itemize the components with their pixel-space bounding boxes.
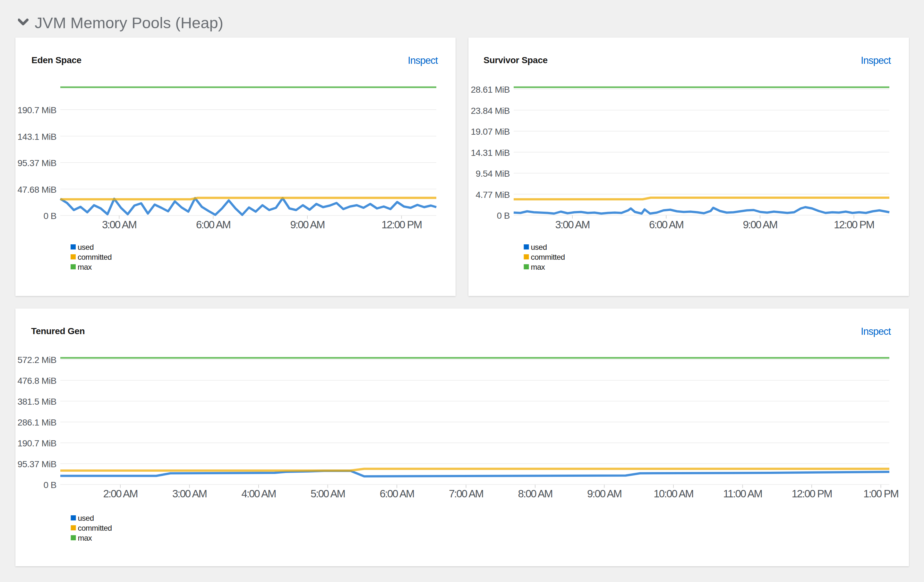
- svg-text:committed: committed: [78, 524, 112, 532]
- svg-text:max: max: [531, 263, 545, 271]
- svg-text:12:00 PM: 12:00 PM: [834, 219, 874, 230]
- svg-text:4.77 MiB: 4.77 MiB: [476, 190, 510, 200]
- svg-text:28.61 MiB: 28.61 MiB: [471, 85, 510, 95]
- svg-text:23.84 MiB: 23.84 MiB: [471, 106, 510, 116]
- svg-text:4:00 AM: 4:00 AM: [241, 488, 276, 500]
- svg-text:used: used: [78, 514, 94, 522]
- svg-text:max: max: [78, 263, 92, 271]
- svg-text:3:00 AM: 3:00 AM: [102, 219, 136, 230]
- svg-text:3:00 AM: 3:00 AM: [172, 488, 206, 500]
- svg-text:committed: committed: [78, 253, 112, 261]
- svg-text:47.68 MiB: 47.68 MiB: [17, 185, 56, 195]
- svg-text:max: max: [78, 534, 92, 542]
- svg-text:572.2 MiB: 572.2 MiB: [17, 355, 56, 365]
- svg-text:9.54 MiB: 9.54 MiB: [476, 169, 510, 179]
- svg-text:5:00 AM: 5:00 AM: [310, 488, 345, 500]
- svg-text:0 B: 0 B: [497, 210, 510, 220]
- svg-text:381.5 MiB: 381.5 MiB: [17, 397, 56, 407]
- svg-text:12:00 PM: 12:00 PM: [792, 488, 832, 500]
- svg-text:used: used: [78, 243, 94, 252]
- svg-text:143.1 MiB: 143.1 MiB: [17, 132, 56, 142]
- svg-text:0 B: 0 B: [43, 480, 56, 490]
- svg-text:14.31 MiB: 14.31 MiB: [471, 148, 510, 158]
- svg-text:11:00 AM: 11:00 AM: [723, 488, 762, 500]
- svg-text:19.07 MiB: 19.07 MiB: [471, 127, 510, 136]
- svg-text:6:00 AM: 6:00 AM: [380, 488, 414, 500]
- svg-text:6:00 AM: 6:00 AM: [649, 219, 683, 230]
- svg-text:10:00 AM: 10:00 AM: [653, 488, 693, 500]
- svg-text:190.7 MiB: 190.7 MiB: [17, 438, 56, 448]
- svg-text:3:00 AM: 3:00 AM: [555, 219, 589, 230]
- svg-text:0 B: 0 B: [43, 211, 56, 221]
- svg-text:7:00 AM: 7:00 AM: [449, 488, 483, 500]
- svg-text:2:00 AM: 2:00 AM: [103, 488, 137, 500]
- svg-text:12:00 PM: 12:00 PM: [381, 219, 422, 230]
- svg-text:95.37 MiB: 95.37 MiB: [17, 158, 56, 168]
- svg-text:used: used: [531, 243, 547, 252]
- svg-text:9:00 AM: 9:00 AM: [290, 219, 324, 230]
- svg-text:8:00 AM: 8:00 AM: [518, 488, 552, 500]
- svg-text:476.8 MiB: 476.8 MiB: [17, 376, 56, 386]
- svg-text:190.7 MiB: 190.7 MiB: [17, 105, 56, 115]
- svg-text:9:00 AM: 9:00 AM: [743, 219, 777, 230]
- svg-text:9:00 AM: 9:00 AM: [587, 488, 622, 500]
- svg-text:1:00 PM: 1:00 PM: [863, 488, 898, 500]
- svg-text:286.1 MiB: 286.1 MiB: [17, 418, 56, 427]
- svg-text:committed: committed: [531, 253, 565, 261]
- svg-text:95.37 MiB: 95.37 MiB: [17, 459, 56, 469]
- svg-text:6:00 AM: 6:00 AM: [196, 219, 230, 230]
